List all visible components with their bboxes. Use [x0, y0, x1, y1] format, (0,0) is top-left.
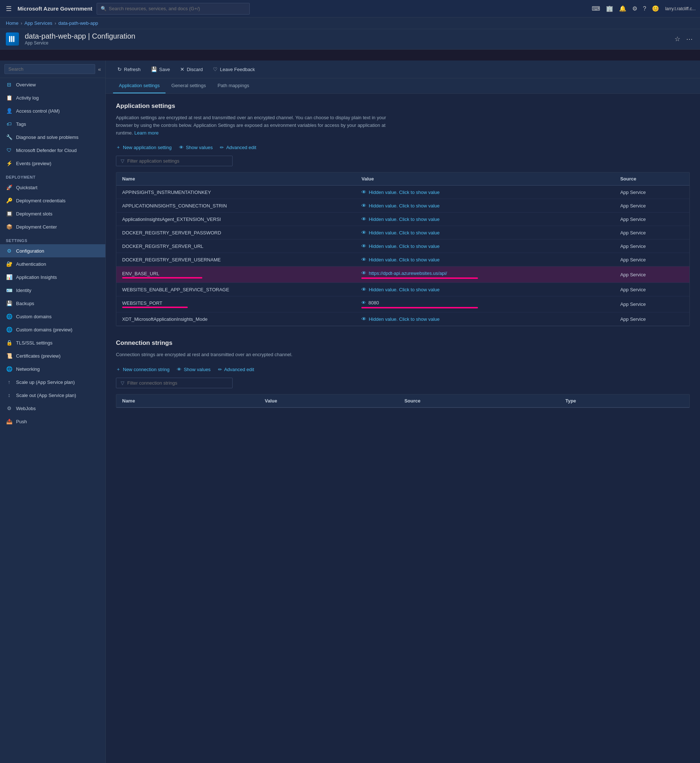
row-value[interactable]: 👁 Hidden value. Click to show value — [355, 212, 614, 226]
sidebar-search-input[interactable] — [5, 64, 95, 74]
eye-icon: 👁 — [361, 203, 366, 209]
row-value[interactable]: 👁 Hidden value. Click to show value — [355, 186, 614, 199]
content-area: Application settings Application setting… — [106, 94, 700, 417]
sidebar-item-backups[interactable]: 💾 Backups — [0, 297, 105, 310]
table-row-env-base-url[interactable]: ENV_BASE_URL 👁 https://dpdt-api.azureweb… — [116, 267, 689, 283]
show-values-conn-button[interactable]: 👁 Show values — [177, 367, 211, 372]
sidebar-item-webjobs[interactable]: ⚙ WebJobs — [0, 402, 105, 415]
row-value[interactable]: 👁 https://dpdt-api.azurewebsites.us/api/ — [355, 267, 614, 283]
row-value[interactable]: 👁 8080 — [355, 296, 614, 312]
row-source: App Service — [614, 283, 689, 296]
authentication-icon: 🔐 — [6, 261, 12, 267]
hamburger-menu[interactable]: ☰ — [5, 3, 13, 14]
learn-more-link[interactable]: Learn more — [134, 130, 159, 136]
sidebar-item-scale-out[interactable]: ↕ Scale out (App Service plan) — [0, 389, 105, 402]
row-value[interactable]: 👁 Hidden value. Click to show value — [355, 199, 614, 212]
table-row-websites-port[interactable]: WEBSITES_PORT 👁 8080 App Service — [116, 296, 689, 312]
filter-input[interactable] — [127, 158, 228, 164]
new-connection-string-button[interactable]: ＋ New connection string — [116, 366, 170, 373]
row-value[interactable]: 👁 Hidden value. Click to show value — [355, 253, 614, 267]
help-icon[interactable]: ? — [643, 5, 647, 12]
sidebar-item-events[interactable]: ⚡ Events (preview) — [0, 157, 105, 170]
sidebar-item-scale-up[interactable]: ↑ Scale up (App Service plan) — [0, 376, 105, 389]
tab-general-settings[interactable]: General settings — [166, 78, 212, 93]
page-subtitle: App Service — [25, 41, 135, 45]
sidebar-item-certificates[interactable]: 📜 Certificates (preview) — [0, 349, 105, 362]
brand-name: Microsoft Azure Government — [17, 5, 92, 12]
main-layout: « ⊟ Overview 📋 Activity log 👤 Access con… — [0, 61, 700, 763]
more-options-icon[interactable]: ⋯ — [685, 34, 694, 44]
global-search[interactable]: 🔍 — [97, 3, 250, 15]
show-values-button[interactable]: 👁 Show values — [179, 145, 213, 150]
notifications-icon[interactable]: 🔔 — [619, 5, 627, 12]
cloud-shell-icon[interactable]: ⌨ — [592, 5, 600, 12]
advanced-edit-conn-button[interactable]: ✏ Advanced edit — [218, 367, 254, 372]
table-row[interactable]: DOCKER_REGISTRY_SERVER_USERNAME 👁 Hidden… — [116, 253, 689, 267]
sidebar-item-custom-domains[interactable]: 🌐 Custom domains — [0, 310, 105, 323]
app-settings-filter[interactable]: ▽ — [116, 156, 233, 166]
sidebar-item-tls-ssl[interactable]: 🔒 TLS/SSL settings — [0, 336, 105, 349]
sidebar-item-app-insights[interactable]: 📊 Application Insights — [0, 270, 105, 284]
save-button[interactable]: 💾 Save — [147, 64, 175, 74]
breadcrumb-current[interactable]: data-path-web-app — [58, 20, 98, 26]
sidebar-item-activity-log[interactable]: 📋 Activity log — [0, 91, 105, 104]
tab-app-settings[interactable]: Application settings — [113, 78, 166, 93]
refresh-icon: ↻ — [117, 66, 122, 72]
favorite-icon[interactable]: ☆ — [673, 34, 682, 44]
discard-button[interactable]: ✕ Discard — [176, 64, 207, 74]
row-source: App Service — [614, 186, 689, 199]
row-value[interactable]: 👁 Hidden value. Click to show value — [355, 240, 614, 253]
sidebar-item-identity[interactable]: 🪪 Identity — [0, 284, 105, 297]
breadcrumb-app-services[interactable]: App Services — [24, 20, 53, 26]
table-row[interactable]: DOCKER_REGISTRY_SERVER_PASSWORD 👁 Hidden… — [116, 226, 689, 240]
sidebar-item-quickstart[interactable]: 🚀 Quickstart — [0, 181, 105, 194]
sidebar-item-configuration[interactable]: ⚙ Configuration — [0, 244, 105, 257]
row-name: ENV_BASE_URL — [116, 267, 355, 283]
feedback-icon[interactable]: 😊 — [652, 5, 659, 12]
breadcrumb-home[interactable]: Home — [6, 20, 19, 26]
collapse-icon[interactable]: « — [98, 66, 101, 72]
eye-icon: 👁 — [361, 189, 366, 195]
sidebar-item-custom-domains-preview[interactable]: 🌐 Custom domains (preview) — [0, 323, 105, 336]
advanced-edit-button[interactable]: ✏ Advanced edit — [220, 145, 256, 150]
sidebar-item-deployment-center[interactable]: 📦 Deployment Center — [0, 220, 105, 233]
directory-icon[interactable]: 🏢 — [606, 5, 613, 12]
table-row[interactable]: ApplicationInsightsAgent_EXTENSION_VERSI… — [116, 212, 689, 226]
feedback-button[interactable]: ♡ Leave Feedback — [209, 64, 259, 74]
conn-filter-input[interactable] — [127, 380, 228, 386]
refresh-button[interactable]: ↻ Refresh — [113, 64, 145, 74]
sidebar-item-deployment-credentials[interactable]: 🔑 Deployment credentials — [0, 194, 105, 207]
row-source: App Service — [614, 226, 689, 240]
row-value[interactable]: 👁 Hidden value. Click to show value — [355, 226, 614, 240]
row-value[interactable]: 👁 Hidden value. Click to show value — [355, 312, 614, 326]
sidebar-label-events: Events (preview) — [16, 161, 52, 166]
overview-icon: ⊟ — [6, 81, 12, 88]
new-app-setting-button[interactable]: ＋ New application setting — [116, 144, 172, 151]
deployment-center-icon: 📦 — [6, 223, 12, 230]
table-row[interactable]: DOCKER_REGISTRY_SERVER_URL 👁 Hidden valu… — [116, 240, 689, 253]
sidebar-label-authentication: Authentication — [16, 261, 46, 267]
table-row[interactable]: XDT_MicrosoftApplicationInsights_Mode 👁 … — [116, 312, 689, 326]
table-row[interactable]: WEBSITES_ENABLE_APP_SERVICE_STORAGE 👁 Hi… — [116, 283, 689, 296]
sidebar-item-deployment-slots[interactable]: 🔲 Deployment slots — [0, 207, 105, 220]
sidebar-item-push[interactable]: 📤 Push — [0, 415, 105, 428]
section-header-settings: Settings — [0, 233, 105, 244]
table-row[interactable]: APPINSIGHTS_INSTRUMENTATIONKEY 👁 Hidden … — [116, 186, 689, 199]
sidebar-item-authentication[interactable]: 🔐 Authentication — [0, 257, 105, 270]
settings-icon[interactable]: ⚙ — [632, 5, 637, 12]
sidebar-label-app-insights: Application Insights — [16, 275, 57, 280]
user-account[interactable]: larry.t.ratcliff.c... — [665, 6, 695, 11]
tab-path-mappings[interactable]: Path mappings — [212, 78, 255, 93]
sidebar-item-access-control[interactable]: 👤 Access control (IAM) — [0, 104, 105, 117]
row-value[interactable]: 👁 Hidden value. Click to show value — [355, 283, 614, 296]
sidebar-item-overview[interactable]: ⊟ Overview — [0, 78, 105, 91]
sidebar-item-diagnose[interactable]: 🔧 Diagnose and solve problems — [0, 131, 105, 144]
sidebar-item-networking[interactable]: 🌐 Networking — [0, 362, 105, 376]
sidebar-item-tags[interactable]: 🏷 Tags — [0, 117, 105, 131]
eye-icon: 👁 — [179, 145, 184, 150]
eye-icon: 👁 — [361, 270, 366, 276]
sidebar-item-defender[interactable]: 🛡 Microsoft Defender for Cloud — [0, 144, 105, 157]
table-row[interactable]: APPLICATIONINSIGHTS_CONNECTION_STRIN 👁 H… — [116, 199, 689, 212]
connection-strings-filter[interactable]: ▽ — [116, 378, 233, 388]
global-search-input[interactable] — [109, 6, 246, 11]
